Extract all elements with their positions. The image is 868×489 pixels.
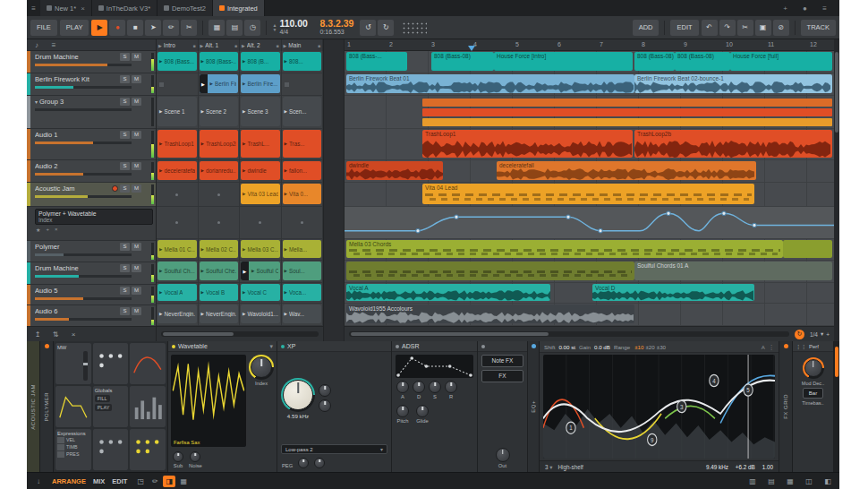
clip-slot[interactable]: ▶Berlin Fire... bbox=[240, 73, 281, 96]
mod-wheel-tile[interactable]: MW bbox=[55, 343, 91, 384]
clip-slot[interactable]: ▶Mella 03 C... bbox=[240, 239, 281, 261]
track-row[interactable]: Audio 5SM bbox=[27, 285, 156, 305]
launcher-clip[interactable]: ▶deceleratefa... bbox=[157, 161, 197, 180]
timeline-ruler[interactable]: 123456789101112 bbox=[345, 39, 834, 51]
mute-button[interactable]: M bbox=[132, 287, 141, 295]
clip-slot[interactable]: ▶Wav... bbox=[282, 304, 323, 326]
close-panel-icon[interactable]: × bbox=[67, 329, 80, 340]
clip-slot[interactable]: ▶Soulful Cho... bbox=[240, 261, 281, 283]
file-button[interactable]: FILE bbox=[30, 20, 57, 36]
notifications-icon[interactable]: ● bbox=[798, 4, 812, 13]
filter-power-icon[interactable] bbox=[281, 345, 285, 348]
expression-row[interactable]: PRES bbox=[57, 451, 89, 458]
solo-button[interactable]: S bbox=[120, 53, 130, 61]
record-arm-button[interactable] bbox=[112, 185, 118, 192]
tempo-display[interactable]: 110.00 bbox=[279, 19, 317, 29]
osc-power-icon[interactable] bbox=[172, 345, 175, 348]
mixer-panel-icon[interactable]: ▥ bbox=[746, 476, 759, 487]
launcher-clip[interactable]: ▶Mella... bbox=[283, 240, 322, 258]
clip-slot[interactable] bbox=[157, 183, 198, 207]
device-power-icon[interactable] bbox=[45, 344, 49, 348]
launcher-clip[interactable]: ▶Berlin Fire... bbox=[200, 74, 239, 93]
knife-tool-icon[interactable]: ✂ bbox=[181, 20, 197, 36]
launcher-clip[interactable]: ▶Voca... bbox=[283, 284, 322, 301]
arranger-clip[interactable]: 808 (Bass-08) bbox=[675, 52, 730, 71]
env-knob-r[interactable] bbox=[445, 381, 457, 393]
arrange-view-button[interactable]: ARRANGE bbox=[52, 477, 86, 485]
add-track-icon[interactable]: ♪ bbox=[30, 39, 43, 51]
solo-button[interactable]: S bbox=[120, 162, 130, 170]
clip-slot[interactable]: ▶Vita 03 Lead bbox=[240, 183, 281, 207]
clip-launcher-toggle-icon[interactable]: ◨ bbox=[163, 476, 175, 487]
clip-slot[interactable]: ▶TrashL... bbox=[240, 129, 281, 160]
track-row[interactable]: Drum MachineSM bbox=[27, 51, 156, 73]
arranger-clip[interactable]: Mella 03 Chords bbox=[346, 240, 783, 258]
mute-button[interactable]: M bbox=[132, 98, 141, 106]
mod-globals-tile[interactable]: Globals FILL PLAY bbox=[93, 386, 129, 427]
clip-slot[interactable]: ▶Vita 0... bbox=[282, 183, 323, 207]
launcher-clip[interactable]: ▶Tras... bbox=[283, 130, 322, 158]
add-device-icon[interactable]: + bbox=[46, 227, 49, 233]
eq-shift-value[interactable]: 0.00 st bbox=[558, 344, 575, 350]
mod-steps-tile[interactable] bbox=[130, 386, 166, 427]
filter-mode-select[interactable]: Low-pass 2▾ bbox=[281, 444, 387, 454]
launcher-clip[interactable]: ▶808 (Bass-... bbox=[200, 52, 239, 71]
play-button[interactable]: ▶ bbox=[91, 20, 107, 36]
clip-slot[interactable]: ▶808... bbox=[282, 51, 323, 73]
arranger-clip[interactable]: Berlin Firework Beat 01 bbox=[346, 74, 634, 93]
app-menu-icon[interactable]: ≡ bbox=[27, 0, 40, 16]
clip-slot[interactable]: ▶808 (B... bbox=[240, 51, 281, 73]
range-option[interactable]: ±10 bbox=[634, 344, 644, 350]
clip-slot[interactable]: ▶Scene 3 bbox=[240, 96, 281, 129]
eq-q-value[interactable]: 1.00 bbox=[762, 464, 773, 470]
clip-slot[interactable]: ▶Scen... bbox=[282, 96, 323, 129]
mod-dots-tile[interactable] bbox=[93, 343, 129, 384]
mute-button[interactable]: M bbox=[132, 243, 141, 251]
scene-header[interactable]: ▶Alt. 2■ bbox=[240, 39, 281, 51]
launcher-clip[interactable]: ▶Scene 2 bbox=[200, 97, 239, 126]
inspector-panel-icon[interactable]: ◧ bbox=[821, 476, 834, 487]
launcher-clip[interactable]: ▶808 (Bass... bbox=[157, 52, 197, 71]
scene-header[interactable]: ▶Intro■ bbox=[157, 39, 198, 51]
tab-close-icon[interactable]: × bbox=[81, 4, 85, 13]
scene-header[interactable]: ▶Alt. 1■ bbox=[199, 39, 240, 51]
pencil-icon[interactable]: ✏ bbox=[149, 476, 161, 487]
arranger-clip[interactable]: 808 (Bass-... bbox=[346, 52, 407, 71]
dual-display-icon[interactable]: ◳ bbox=[134, 476, 147, 487]
device-panel-scrollbar[interactable] bbox=[834, 341, 839, 472]
eq-freq-value[interactable]: 9.49 kHz bbox=[706, 464, 728, 470]
launcher-clip[interactable]: ▶TrashLoop1 bbox=[157, 130, 197, 158]
launcher-clip[interactable]: ▶TrashL... bbox=[241, 130, 280, 158]
launcher-clip[interactable]: ▶Wavoloid1... bbox=[241, 305, 280, 323]
arranger-clip[interactable]: 808 (Bass-08) bbox=[431, 52, 494, 71]
track-button[interactable]: TRACK bbox=[801, 20, 836, 36]
launcher-clip[interactable]: ▶Soulful Che... bbox=[200, 262, 239, 280]
sub-knob[interactable] bbox=[173, 451, 183, 462]
add-button[interactable]: ADD bbox=[633, 20, 660, 36]
launcher-clip[interactable]: ▶Scene 1 bbox=[157, 97, 197, 126]
track-row[interactable]: Berlin Firework KitSM bbox=[27, 73, 156, 96]
launcher-clip[interactable]: ▶NeverEngin... bbox=[200, 305, 239, 323]
eq-menu-icon[interactable]: ⋮ bbox=[769, 344, 774, 350]
settings-icon[interactable]: ≡ bbox=[818, 4, 831, 13]
arranger-clip[interactable]: Berlin Firework Beat 02-bounce-1 bbox=[634, 74, 832, 93]
duplicate-icon[interactable]: ▣ bbox=[755, 20, 771, 36]
stop-button[interactable]: ■ bbox=[127, 20, 143, 36]
clip-slot[interactable]: ▶Vocal C bbox=[240, 283, 281, 304]
arranger-clip[interactable]: deceleratefall bbox=[497, 161, 756, 180]
solo-button[interactable]: S bbox=[120, 184, 130, 193]
fill-button[interactable]: FILL bbox=[95, 395, 110, 402]
track-row[interactable]: Audio 6SM bbox=[27, 305, 156, 326]
track-row[interactable]: Audio 2SM bbox=[27, 160, 156, 183]
mute-button[interactable]: M bbox=[132, 131, 141, 139]
launcher-clip[interactable]: ▶TrashLoop2b bbox=[200, 130, 239, 158]
position-display[interactable]: 8.3.2.39 bbox=[319, 19, 357, 29]
launcher-clip[interactable]: ▶dwindle bbox=[241, 161, 280, 180]
scene-header[interactable]: ▶Main■ bbox=[282, 39, 323, 51]
fx-button[interactable]: FX bbox=[481, 370, 523, 382]
launcher-clip[interactable]: ▶NeverEngin... bbox=[157, 305, 197, 323]
clip-slot[interactable]: ▶Soulful Ch... bbox=[157, 261, 198, 283]
play-mode-button[interactable]: PLAY bbox=[95, 404, 113, 411]
launcher-clip[interactable]: ▶808... bbox=[283, 52, 322, 71]
launcher-clip[interactable]: ▶Vita 0... bbox=[283, 184, 322, 204]
